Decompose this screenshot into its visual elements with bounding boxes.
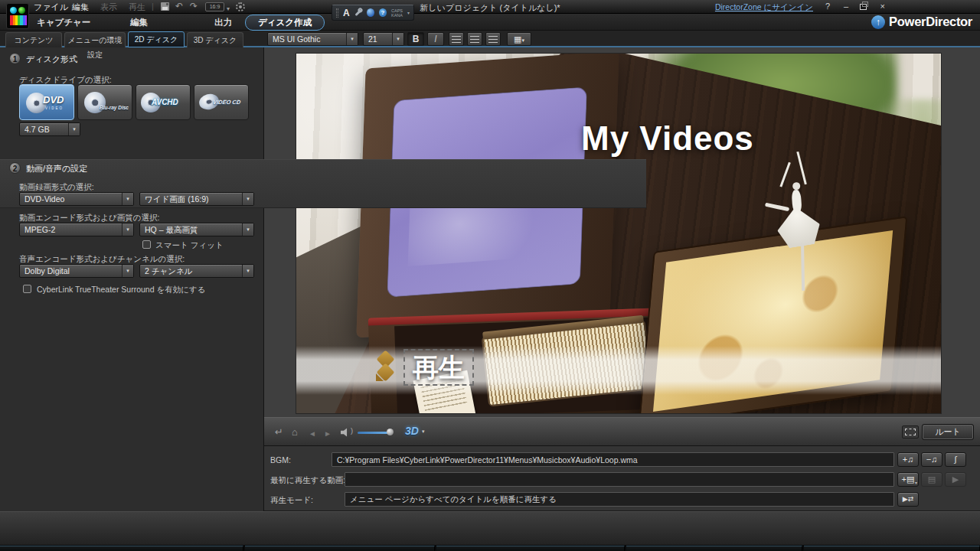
encode-format-label: 動画エンコード形式および画質の選択: bbox=[19, 213, 159, 223]
menu-title-text[interactable]: My Videos bbox=[581, 119, 754, 158]
align-center-button[interactable] bbox=[467, 32, 482, 46]
avchd-label: AVCHD bbox=[152, 98, 178, 106]
3d-mode-button[interactable]: 3D bbox=[405, 425, 419, 437]
previous-page-icon[interactable]: ◄ bbox=[309, 428, 316, 440]
format-bluray-button[interactable]: Blu-ray Disc bbox=[77, 84, 132, 120]
add-video-caret-icon: ▾ bbox=[915, 481, 917, 485]
screen-aspect-select[interactable]: ワイド画面 (16:9) ▾ bbox=[139, 192, 254, 206]
video-format-caret-icon[interactable]: ▾ bbox=[122, 193, 133, 205]
section2-number-badge: 2 bbox=[9, 162, 21, 174]
align-left-icon bbox=[452, 36, 461, 43]
undo-icon[interactable]: ↶ bbox=[175, 2, 183, 11]
play-mode-input[interactable] bbox=[345, 492, 894, 507]
tab-create-disc[interactable]: ディスク作成 bbox=[245, 15, 325, 31]
close-button[interactable]: × bbox=[880, 2, 885, 11]
truetheater-label[interactable]: CyberLink TrueTheater Surround を有効にする bbox=[37, 285, 205, 295]
ime-globe-icon[interactable] bbox=[367, 8, 374, 17]
home-icon[interactable]: ⌂ bbox=[292, 426, 298, 439]
remove-bgm-button[interactable]: −♫ bbox=[921, 452, 942, 467]
bottom-bar: 310 MB / 4700 MB ⇄ プレビュー 2D で書き込み bbox=[0, 511, 980, 545]
quality-caret-icon[interactable]: ▾ bbox=[242, 223, 253, 236]
align-left-button[interactable] bbox=[449, 32, 464, 46]
volume-slider-knob[interactable] bbox=[387, 429, 394, 435]
first-video-input[interactable] bbox=[345, 472, 894, 487]
smart-fit-label[interactable]: スマート フィット bbox=[155, 240, 224, 251]
videocd-label: VIDEO CD bbox=[212, 99, 241, 106]
format-avchd-button[interactable]: AVCHD bbox=[136, 84, 191, 120]
save-icon[interactable] bbox=[161, 2, 169, 11]
encoder-caret-icon[interactable]: ▾ bbox=[122, 223, 133, 236]
audio-codec-caret-icon[interactable]: ▾ bbox=[122, 265, 133, 277]
ime-drag-handle[interactable] bbox=[336, 8, 338, 18]
quality-select[interactable]: HQ – 最高画質 ▾ bbox=[139, 223, 254, 236]
ime-help-icon[interactable]: ? bbox=[379, 8, 387, 17]
dvd-label: DVD bbox=[43, 94, 64, 106]
directorzone-signin-link[interactable]: DirectorZone にサインイン bbox=[715, 2, 813, 13]
powerdirector-logo-text: PowerDirector bbox=[889, 15, 972, 29]
font-size-select[interactable]: 21 ▾ bbox=[363, 32, 404, 46]
return-icon[interactable]: ↵ bbox=[275, 426, 283, 439]
titlebar: ファイル 編集 表示 再生 | ↶ ↷ 16:9 ▾ 新しいプロジェクト (タイ… bbox=[0, 0, 980, 14]
font-family-select[interactable]: MS UI Gothic ▾ bbox=[267, 32, 358, 46]
format-videocd-button[interactable]: VIDEO CD bbox=[194, 84, 249, 120]
ime-language-bar[interactable]: A ? CAPSKANA ▾ bbox=[332, 5, 414, 21]
selection-display-button[interactable] bbox=[902, 425, 919, 439]
font-family-caret-icon[interactable]: ▾ bbox=[346, 33, 358, 45]
speaker-icon[interactable] bbox=[341, 428, 351, 437]
speaker-wave-icon: ) bbox=[351, 427, 353, 435]
add-first-video-button[interactable]: +▤▾ bbox=[897, 472, 919, 487]
add-bgm-button[interactable]: +♫ bbox=[897, 452, 919, 467]
format-dvd-button[interactable]: DVD VIDEO bbox=[19, 84, 74, 120]
bgm-path-input[interactable] bbox=[332, 452, 894, 467]
root-menu-button[interactable]: ルート bbox=[923, 425, 973, 439]
aspect-ratio-button[interactable]: 16:9 bbox=[205, 2, 224, 11]
tab-capture[interactable]: キャプチャー bbox=[37, 17, 90, 28]
bold-button[interactable]: B bbox=[407, 32, 424, 46]
audio-codec-select[interactable]: Dolby Digital ▾ bbox=[19, 264, 134, 278]
bluray-label: Blu-ray Disc bbox=[100, 105, 129, 110]
section2-title: 動画/音声の設定 bbox=[26, 163, 87, 174]
settings-gear-icon[interactable] bbox=[236, 2, 245, 11]
play-label[interactable]: 再生 bbox=[403, 349, 474, 386]
text-style-button[interactable]: ▦▾ bbox=[507, 32, 531, 46]
section1-title: ディスク形式 bbox=[26, 54, 77, 65]
restore-button[interactable] bbox=[860, 4, 867, 10]
menu-play-button[interactable]: 再生 bbox=[376, 349, 474, 386]
tab-3d-disc[interactable]: 3D ディスク bbox=[187, 32, 243, 47]
ime-input-mode[interactable]: A bbox=[343, 8, 350, 18]
brand: ↑ PowerDirector bbox=[871, 15, 972, 29]
smart-fit-checkbox[interactable] bbox=[142, 240, 151, 249]
disc-settings-panel: 1 ディスク形式 ディスクドライブの選択: DVD VIDEO Blu-ray … bbox=[0, 47, 264, 511]
video-format-select[interactable]: DVD-Video ▾ bbox=[19, 192, 134, 206]
menu-file[interactable]: ファイル bbox=[34, 2, 68, 13]
truetheater-checkbox[interactable] bbox=[23, 285, 31, 293]
menu-preview-frame[interactable]: My Videos 再生 bbox=[296, 53, 942, 414]
tab-produce[interactable]: 出力 bbox=[214, 17, 232, 28]
disc-capacity-select[interactable]: 4.7 GB ▾ bbox=[19, 122, 80, 136]
aspect-caret-icon[interactable]: ▾ bbox=[227, 4, 230, 14]
minimize-button[interactable]: – bbox=[844, 2, 848, 11]
mode-tab-bar: キャプチャー 編集 出力 ディスク作成 ↑ PowerDirector bbox=[0, 14, 980, 31]
screen-aspect-caret-icon[interactable]: ▾ bbox=[242, 193, 253, 205]
capacity-caret-icon[interactable]: ▾ bbox=[68, 123, 80, 135]
menu-edit[interactable]: 編集 bbox=[72, 2, 89, 13]
marquee-icon bbox=[905, 429, 916, 435]
tab-edit[interactable]: 編集 bbox=[130, 17, 148, 28]
ime-caret-icon[interactable]: ▾ bbox=[407, 10, 410, 15]
3d-caret-icon[interactable]: ▾ bbox=[422, 429, 425, 435]
channels-caret-icon[interactable]: ▾ bbox=[242, 265, 253, 277]
tab-content[interactable]: コンテンツ bbox=[5, 32, 62, 47]
play-mode-button[interactable]: ▶⇄ bbox=[897, 492, 919, 507]
redo-icon[interactable]: ↷ bbox=[190, 2, 198, 11]
align-right-button[interactable] bbox=[485, 32, 501, 46]
help-button[interactable]: ? bbox=[825, 2, 830, 11]
bgm-fade-button[interactable]: ∫ bbox=[945, 452, 966, 467]
next-page-icon[interactable]: ► bbox=[324, 428, 332, 440]
tab-menu-preferences[interactable]: メニューの環境設定 bbox=[64, 32, 126, 47]
encoder-select[interactable]: MPEG-2 ▾ bbox=[19, 223, 134, 236]
channels-select[interactable]: 2 チャンネル ▾ bbox=[139, 264, 254, 278]
italic-button[interactable]: I bbox=[427, 32, 444, 46]
ime-tools-icon[interactable] bbox=[354, 9, 361, 16]
tab-2d-disc[interactable]: 2D ディスク bbox=[128, 31, 185, 47]
font-size-caret-icon[interactable]: ▾ bbox=[392, 33, 403, 45]
